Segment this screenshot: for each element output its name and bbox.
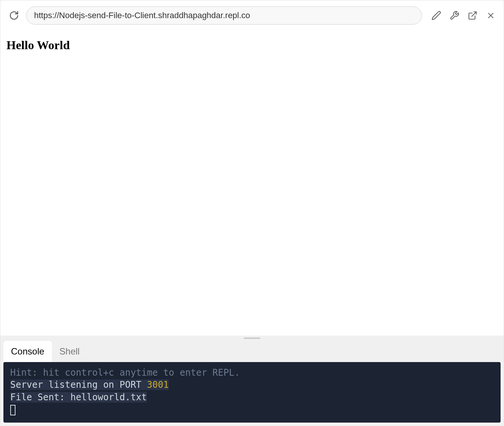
resize-grip-icon [244,337,260,339]
url-input[interactable] [26,6,422,25]
close-button[interactable] [485,10,496,21]
cursor-icon [10,405,16,415]
browser-bar [0,0,504,31]
console-line-2: File Sent: helloworld.txt [10,391,494,403]
tab-shell[interactable]: Shell [52,341,87,362]
console-line-1-prefix: Server listening on PORT [10,379,147,390]
devtools-button[interactable] [449,10,460,21]
reload-button[interactable] [8,9,20,22]
close-icon [486,11,495,20]
page-heading: Hello World [6,38,498,52]
console-line-1: Server listening on PORT 3001 [10,379,494,391]
open-external-button[interactable] [467,10,478,21]
console-hint-line: Hint: hit control+c anytime to enter REP… [10,367,494,379]
console-cursor-line [10,403,494,416]
edit-button[interactable] [431,10,442,21]
reload-icon [9,11,19,20]
external-link-icon [468,11,478,20]
console-output[interactable]: Hint: hit control+c anytime to enter REP… [3,362,501,423]
page-content: Hello World [0,31,504,336]
wrench-icon [450,11,459,20]
pencil-icon [431,11,441,20]
console-line-1-port: 3001 [147,379,169,390]
resize-handle[interactable] [0,336,504,341]
svg-line-0 [472,12,476,16]
tab-console[interactable]: Console [3,341,52,362]
toolbar-icons [428,10,496,21]
tabs-bar: Console Shell [0,341,504,362]
